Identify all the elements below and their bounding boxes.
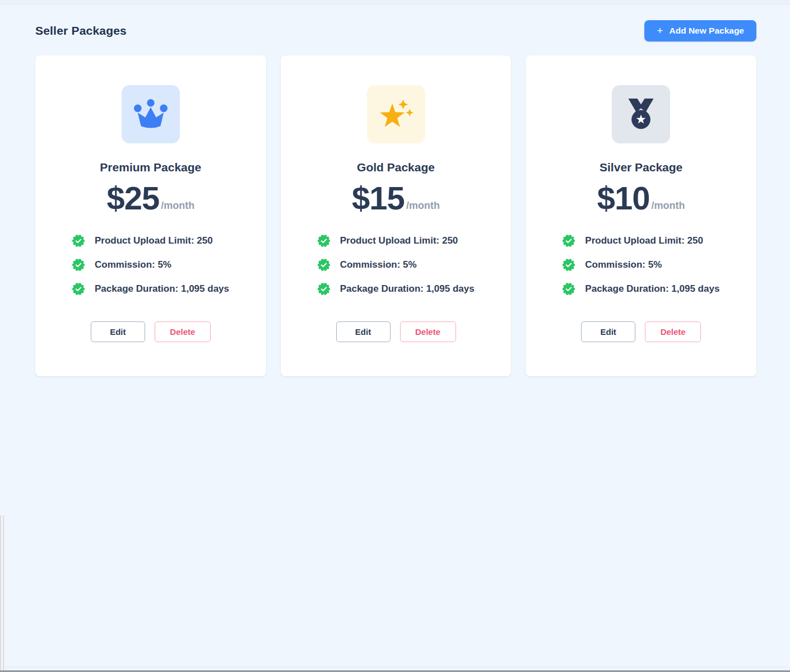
price-period: /month — [406, 200, 440, 212]
feature-text: Product Upload Limit: 250 — [340, 235, 458, 246]
plus-icon: + — [657, 25, 663, 36]
page-header: Seller Packages + Add New Package — [35, 20, 756, 41]
delete-button[interactable]: Delete — [155, 321, 211, 342]
feature-item: Package Duration: 1,095 days — [318, 283, 512, 295]
check-badge-icon — [72, 259, 85, 271]
feature-item: Commission: 5% — [563, 259, 756, 271]
price-amount: $10 — [597, 182, 650, 214]
feature-item: Package Duration: 1,095 days — [563, 283, 756, 295]
feature-list: Product Upload Limit: 250 Commission: 5%… — [281, 235, 512, 307]
delete-button[interactable]: Delete — [400, 321, 456, 342]
feature-text: Package Duration: 1,095 days — [340, 283, 475, 295]
window-bottom-faint-line — [0, 667, 790, 668]
feature-item: Product Upload Limit: 250 — [318, 235, 512, 247]
medal-icon — [612, 85, 670, 143]
check-badge-icon — [563, 283, 575, 295]
package-card-gold: Gold Package $15 /month Product Upload L… — [281, 55, 512, 376]
feature-item: Commission: 5% — [318, 259, 512, 271]
package-price: $15 /month — [352, 182, 440, 214]
card-actions: Edit Delete — [336, 321, 456, 342]
feature-list: Product Upload Limit: 250 Commission: 5%… — [526, 235, 756, 307]
feature-text: Commission: 5% — [95, 259, 171, 270]
price-amount: $25 — [106, 182, 159, 214]
package-cards-row: Premium Package $25 /month Product Uploa… — [35, 55, 756, 376]
check-badge-icon — [72, 283, 85, 295]
package-name: Silver Package — [600, 161, 682, 174]
window-top-strip — [0, 0, 790, 4]
edit-button[interactable]: Edit — [91, 321, 145, 342]
add-new-package-button[interactable]: + Add New Package — [644, 20, 756, 41]
feature-text: Package Duration: 1,095 days — [95, 283, 229, 295]
page-title: Seller Packages — [35, 24, 127, 38]
package-price: $10 /month — [597, 182, 685, 214]
star-sparkles-icon — [367, 85, 425, 143]
price-amount: $15 — [352, 182, 405, 214]
crown-icon — [122, 85, 180, 143]
feature-text: Commission: 5% — [340, 259, 417, 270]
check-badge-icon — [318, 259, 330, 271]
check-badge-icon — [72, 235, 85, 247]
card-actions: Edit Delete — [91, 321, 211, 342]
feature-item: Package Duration: 1,095 days — [72, 283, 266, 295]
check-badge-icon — [563, 235, 575, 247]
package-name: Gold Package — [357, 161, 435, 174]
edit-button[interactable]: Edit — [581, 321, 635, 342]
feature-item: Product Upload Limit: 250 — [72, 235, 266, 247]
check-badge-icon — [318, 283, 330, 295]
edit-button[interactable]: Edit — [336, 321, 391, 342]
feature-text: Commission: 5% — [585, 259, 662, 270]
package-card-silver: Silver Package $10 /month Product Upload… — [526, 55, 756, 376]
feature-text: Product Upload Limit: 250 — [585, 235, 703, 246]
feature-item: Commission: 5% — [72, 259, 266, 271]
add-new-package-label: Add New Package — [669, 26, 744, 36]
feature-text: Product Upload Limit: 250 — [95, 235, 213, 246]
delete-button[interactable]: Delete — [645, 321, 701, 342]
package-name: Premium Package — [100, 161, 201, 174]
price-period: /month — [652, 200, 685, 212]
window-left-edge — [0, 515, 4, 672]
check-badge-icon — [318, 235, 330, 247]
feature-list: Product Upload Limit: 250 Commission: 5%… — [35, 235, 266, 307]
card-actions: Edit Delete — [581, 321, 701, 342]
seller-packages-page: Seller Packages + Add New Package Premiu… — [35, 20, 756, 376]
price-period: /month — [161, 200, 194, 212]
check-badge-icon — [563, 259, 575, 271]
feature-item: Product Upload Limit: 250 — [563, 235, 756, 247]
package-price: $25 /month — [106, 182, 194, 214]
package-card-premium: Premium Package $25 /month Product Uploa… — [35, 55, 266, 376]
feature-text: Package Duration: 1,095 days — [585, 283, 719, 295]
